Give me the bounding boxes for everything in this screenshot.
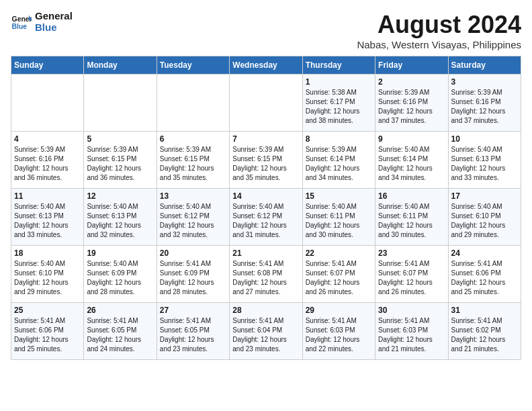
day-info: Sunrise: 5:41 AM Sunset: 6:09 PM Dayligh…: [160, 259, 226, 297]
day-info: Sunrise: 5:40 AM Sunset: 6:13 PM Dayligh…: [451, 145, 518, 183]
calendar-table: SundayMondayTuesdayWednesdayThursdayFrid…: [11, 56, 521, 360]
calendar-cell: 25Sunrise: 5:41 AM Sunset: 6:06 PM Dayli…: [11, 303, 84, 360]
week-row-1: 1Sunrise: 5:38 AM Sunset: 6:17 PM Daylig…: [11, 75, 521, 132]
day-number: 17: [451, 191, 518, 201]
calendar-cell: 4Sunrise: 5:39 AM Sunset: 6:16 PM Daylig…: [11, 132, 84, 189]
calendar-cell: 20Sunrise: 5:41 AM Sunset: 6:09 PM Dayli…: [157, 246, 229, 303]
calendar-cell: [11, 75, 84, 132]
calendar-cell: 5Sunrise: 5:39 AM Sunset: 6:15 PM Daylig…: [84, 132, 157, 189]
calendar-cell: 31Sunrise: 5:41 AM Sunset: 6:02 PM Dayli…: [448, 303, 521, 360]
calendar-cell: 29Sunrise: 5:41 AM Sunset: 6:03 PM Dayli…: [302, 303, 375, 360]
header-row: SundayMondayTuesdayWednesdayThursdayFrid…: [11, 56, 521, 75]
page-header: General Blue General Blue August 2024 Na…: [11, 11, 521, 50]
day-number: 12: [87, 191, 153, 201]
day-info: Sunrise: 5:40 AM Sunset: 6:13 PM Dayligh…: [87, 202, 153, 240]
day-number: 5: [87, 134, 153, 144]
day-number: 29: [306, 306, 372, 315]
calendar-cell: 13Sunrise: 5:40 AM Sunset: 6:12 PM Dayli…: [157, 189, 229, 246]
calendar-cell: 23Sunrise: 5:41 AM Sunset: 6:07 PM Dayli…: [375, 246, 448, 303]
logo-line1: General: [35, 11, 73, 22]
header-cell-friday: Friday: [375, 56, 448, 75]
day-number: 20: [160, 248, 226, 258]
day-number: 9: [378, 134, 445, 144]
day-info: Sunrise: 5:39 AM Sunset: 6:15 PM Dayligh…: [87, 145, 153, 183]
header-cell-saturday: Saturday: [448, 56, 521, 75]
calendar-cell: 16Sunrise: 5:40 AM Sunset: 6:11 PM Dayli…: [375, 189, 448, 246]
day-number: 23: [378, 248, 445, 258]
day-number: 26: [87, 306, 153, 315]
day-info: Sunrise: 5:39 AM Sunset: 6:15 PM Dayligh…: [160, 145, 226, 183]
calendar-cell: 8Sunrise: 5:39 AM Sunset: 6:14 PM Daylig…: [302, 132, 375, 189]
calendar-cell: [157, 75, 229, 132]
calendar-cell: 6Sunrise: 5:39 AM Sunset: 6:15 PM Daylig…: [157, 132, 229, 189]
day-info: Sunrise: 5:40 AM Sunset: 6:13 PM Dayligh…: [14, 202, 81, 240]
day-info: Sunrise: 5:40 AM Sunset: 6:14 PM Dayligh…: [378, 145, 445, 183]
day-info: Sunrise: 5:41 AM Sunset: 6:03 PM Dayligh…: [378, 316, 445, 354]
day-info: Sunrise: 5:39 AM Sunset: 6:14 PM Dayligh…: [306, 145, 372, 183]
day-number: 2: [378, 77, 445, 87]
calendar-cell: 11Sunrise: 5:40 AM Sunset: 6:13 PM Dayli…: [11, 189, 84, 246]
day-info: Sunrise: 5:41 AM Sunset: 6:03 PM Dayligh…: [306, 316, 372, 354]
day-number: 15: [306, 191, 372, 201]
calendar-cell: 2Sunrise: 5:39 AM Sunset: 6:16 PM Daylig…: [375, 75, 448, 132]
calendar-cell: 17Sunrise: 5:40 AM Sunset: 6:10 PM Dayli…: [448, 189, 521, 246]
header-cell-monday: Monday: [84, 56, 157, 75]
day-info: Sunrise: 5:41 AM Sunset: 6:04 PM Dayligh…: [232, 316, 299, 354]
calendar-cell: 27Sunrise: 5:41 AM Sunset: 6:05 PM Dayli…: [157, 303, 229, 360]
day-info: Sunrise: 5:38 AM Sunset: 6:17 PM Dayligh…: [306, 88, 372, 126]
day-number: 27: [160, 306, 226, 315]
week-row-2: 4Sunrise: 5:39 AM Sunset: 6:16 PM Daylig…: [11, 132, 521, 189]
day-number: 31: [451, 306, 518, 315]
day-info: Sunrise: 5:41 AM Sunset: 6:07 PM Dayligh…: [378, 259, 445, 297]
day-number: 21: [232, 248, 299, 258]
calendar-cell: 7Sunrise: 5:39 AM Sunset: 6:15 PM Daylig…: [230, 132, 302, 189]
header-cell-sunday: Sunday: [11, 56, 84, 75]
week-row-4: 18Sunrise: 5:40 AM Sunset: 6:10 PM Dayli…: [11, 246, 521, 303]
logo-icon: General Blue: [11, 13, 32, 32]
calendar-cell: 18Sunrise: 5:40 AM Sunset: 6:10 PM Dayli…: [11, 246, 84, 303]
day-number: 22: [306, 248, 372, 258]
calendar-body: 1Sunrise: 5:38 AM Sunset: 6:17 PM Daylig…: [11, 75, 521, 360]
day-info: Sunrise: 5:41 AM Sunset: 6:02 PM Dayligh…: [451, 316, 518, 354]
main-title: August 2024: [357, 11, 521, 39]
calendar-cell: 21Sunrise: 5:41 AM Sunset: 6:08 PM Dayli…: [230, 246, 302, 303]
day-number: 6: [160, 134, 226, 144]
day-number: 25: [14, 306, 81, 315]
day-info: Sunrise: 5:41 AM Sunset: 6:05 PM Dayligh…: [160, 316, 226, 354]
calendar-cell: 28Sunrise: 5:41 AM Sunset: 6:04 PM Dayli…: [230, 303, 302, 360]
day-number: 18: [14, 248, 81, 258]
calendar-cell: 1Sunrise: 5:38 AM Sunset: 6:17 PM Daylig…: [302, 75, 375, 132]
day-number: 28: [232, 306, 299, 315]
day-number: 4: [14, 134, 81, 144]
week-row-5: 25Sunrise: 5:41 AM Sunset: 6:06 PM Dayli…: [11, 303, 521, 360]
day-info: Sunrise: 5:40 AM Sunset: 6:10 PM Dayligh…: [451, 202, 518, 240]
calendar-cell: 3Sunrise: 5:39 AM Sunset: 6:16 PM Daylig…: [448, 75, 521, 132]
svg-text:Blue: Blue: [12, 23, 28, 30]
day-number: 1: [306, 77, 372, 87]
header-cell-tuesday: Tuesday: [157, 56, 229, 75]
calendar-cell: 30Sunrise: 5:41 AM Sunset: 6:03 PM Dayli…: [375, 303, 448, 360]
day-info: Sunrise: 5:40 AM Sunset: 6:10 PM Dayligh…: [14, 259, 81, 297]
calendar-cell: [84, 75, 157, 132]
day-number: 3: [451, 77, 518, 87]
header-cell-wednesday: Wednesday: [230, 56, 302, 75]
logo: General Blue General Blue: [11, 11, 73, 33]
day-number: 13: [160, 191, 226, 201]
calendar-cell: 15Sunrise: 5:40 AM Sunset: 6:11 PM Dayli…: [302, 189, 375, 246]
calendar-cell: 19Sunrise: 5:40 AM Sunset: 6:09 PM Dayli…: [84, 246, 157, 303]
calendar-cell: [230, 75, 302, 132]
day-info: Sunrise: 5:41 AM Sunset: 6:07 PM Dayligh…: [306, 259, 372, 297]
calendar-cell: 24Sunrise: 5:41 AM Sunset: 6:06 PM Dayli…: [448, 246, 521, 303]
week-row-3: 11Sunrise: 5:40 AM Sunset: 6:13 PM Dayli…: [11, 189, 521, 246]
day-number: 10: [451, 134, 518, 144]
day-number: 11: [14, 191, 81, 201]
day-info: Sunrise: 5:41 AM Sunset: 6:06 PM Dayligh…: [451, 259, 518, 297]
day-number: 7: [232, 134, 299, 144]
calendar-cell: 14Sunrise: 5:40 AM Sunset: 6:12 PM Dayli…: [230, 189, 302, 246]
calendar-cell: 9Sunrise: 5:40 AM Sunset: 6:14 PM Daylig…: [375, 132, 448, 189]
calendar-cell: 12Sunrise: 5:40 AM Sunset: 6:13 PM Dayli…: [84, 189, 157, 246]
header-cell-thursday: Thursday: [302, 56, 375, 75]
title-section: August 2024 Nabas, Western Visayas, Phil…: [357, 11, 521, 50]
day-info: Sunrise: 5:40 AM Sunset: 6:11 PM Dayligh…: [306, 202, 372, 240]
day-info: Sunrise: 5:40 AM Sunset: 6:11 PM Dayligh…: [378, 202, 445, 240]
